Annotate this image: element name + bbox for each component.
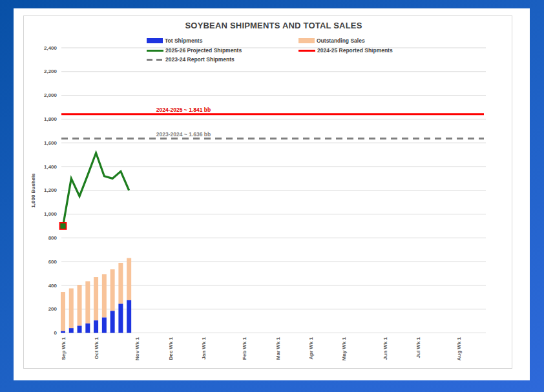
- svg-text:2024-2025 ~ 1.841 bb: 2024-2025 ~ 1.841 bb: [156, 107, 211, 113]
- svg-text:1,800: 1,800: [44, 116, 58, 122]
- svg-text:Feb Wk 1: Feb Wk 1: [242, 336, 247, 360]
- chart-area[interactable]: SOYBEAN SHIPMENTS AND TOTAL SALES Tot Sh…: [23, 15, 512, 369]
- svg-text:1,200: 1,200: [44, 187, 58, 193]
- svg-text:Apr Wk 1: Apr Wk 1: [308, 336, 314, 359]
- svg-text:600: 600: [48, 259, 58, 265]
- svg-text:1,000 Bushels: 1,000 Bushels: [30, 173, 36, 208]
- svg-text:0: 0: [54, 330, 58, 336]
- svg-text:Aug Wk 1: Aug Wk 1: [456, 336, 462, 360]
- svg-text:1,400: 1,400: [44, 164, 58, 170]
- svg-text:Oct Wk 1: Oct Wk 1: [94, 336, 99, 359]
- svg-text:1,600: 1,600: [44, 140, 58, 146]
- svg-text:Jun Wk 1: Jun Wk 1: [382, 336, 388, 360]
- svg-text:Jul Wk 1: Jul Wk 1: [415, 336, 421, 358]
- chart-window: SOYBEAN SHIPMENTS AND TOTAL SALES Tot Sh…: [14, 8, 530, 380]
- plot-svg: 02004006008001,0001,2001,4001,6001,8002,…: [24, 16, 512, 368]
- svg-text:2,200: 2,200: [44, 68, 58, 74]
- svg-text:Sep Wk 1: Sep Wk 1: [61, 336, 67, 360]
- svg-text:2023-2024 ~ 1.636 bb: 2023-2024 ~ 1.636 bb: [156, 131, 211, 138]
- svg-text:Mar Wk 1: Mar Wk 1: [275, 336, 281, 360]
- svg-text:200: 200: [48, 306, 58, 312]
- svg-text:Nov Wk 1: Nov Wk 1: [134, 336, 140, 360]
- svg-text:800: 800: [48, 235, 58, 241]
- svg-text:May Wk 1: May Wk 1: [341, 336, 347, 360]
- svg-text:Dec Wk 1: Dec Wk 1: [168, 336, 174, 360]
- svg-text:400: 400: [48, 283, 58, 289]
- svg-text:2,000: 2,000: [44, 92, 58, 98]
- desktop-background: { "chart_data": { "type": "combo", "titl…: [0, 0, 544, 392]
- svg-text:Jan Wk 1: Jan Wk 1: [201, 336, 207, 359]
- svg-text:1,000: 1,000: [44, 211, 58, 217]
- svg-text:2,400: 2,400: [44, 45, 58, 51]
